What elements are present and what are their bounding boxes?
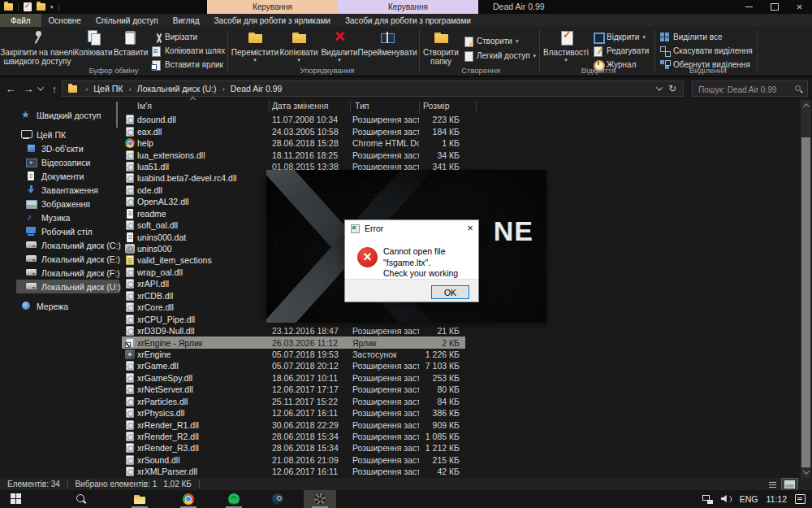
clock[interactable]: 11:12: [767, 494, 788, 504]
scroll-up-icon[interactable]: [801, 100, 811, 111]
tab-shortcut-tools[interactable]: Засоби для роботи з ярликами: [207, 14, 338, 27]
forward-button[interactable]: →: [21, 80, 36, 97]
error-dialog-close-icon[interactable]: [462, 220, 478, 237]
table-row[interactable]: xrRender_R1.dll30.06.2018 22:29Розширенн…: [122, 419, 465, 430]
table-row[interactable]: xrParticles.dll25.11.2017 15:22Розширенн…: [122, 396, 465, 407]
copy-path-button[interactable]: Копіювати шлях: [151, 45, 225, 57]
up-button[interactable]: ↑: [47, 80, 62, 97]
search-input[interactable]: [693, 83, 807, 98]
sidebar-item-this-pc[interactable]: Цей ПК: [0, 128, 121, 141]
recent-locations-chevron-icon[interactable]: [36, 80, 45, 97]
refresh-icon[interactable]: ↻: [668, 83, 676, 94]
breadcrumb-this-pc[interactable]: Цей ПК: [90, 84, 126, 93]
back-button[interactable]: ←: [3, 80, 18, 97]
tab-file[interactable]: Файл: [0, 14, 41, 27]
column-divider[interactable]: [269, 101, 270, 113]
column-header-size[interactable]: Розмір: [423, 101, 449, 111]
scrollbar-thumb[interactable]: [801, 137, 810, 467]
delete-button[interactable]: Видалити ▾: [322, 28, 357, 66]
taskbar-app-chrome[interactable]: [172, 490, 205, 508]
new-item-button[interactable]: Створити▾: [463, 35, 518, 47]
search-box[interactable]: [692, 80, 808, 97]
column-header-date[interactable]: Дата змінення: [272, 101, 328, 111]
volume-icon[interactable]: [721, 494, 732, 504]
sidebar-item-videos[interactable]: Відеозаписи: [0, 155, 121, 169]
table-row[interactable]: dsound.dll11.07.2008 10:34Розширення зас…: [122, 114, 465, 125]
table-row[interactable]: xrGame.dll05.07.2018 20:12Розширення зас…: [122, 360, 465, 371]
table-row[interactable]: xrD3D9-Null.dll23.12.2016 18:47Розширенн…: [122, 325, 465, 336]
qat-properties-icon[interactable]: [24, 2, 32, 11]
table-row[interactable]: lua_extensions.dll18.11.2016 18:25Розшир…: [122, 149, 465, 160]
close-button[interactable]: [787, 0, 812, 14]
sidebar-item-documents[interactable]: Документи: [0, 169, 121, 183]
tab-view[interactable]: Вигляд: [166, 14, 207, 27]
easy-access-button[interactable]: Легкий доступ▾: [463, 50, 536, 62]
tab-share[interactable]: Спільний доступ: [89, 14, 166, 27]
properties-button[interactable]: Властивості ▾: [542, 28, 590, 66]
sidebar-item-pictures[interactable]: Зображення: [0, 197, 121, 211]
network-icon[interactable]: [702, 494, 713, 504]
breadcrumb-disk-u[interactable]: Локальний диск (U:): [134, 84, 220, 93]
edit-button[interactable]: Редагувати: [593, 45, 649, 57]
maximize-button[interactable]: [762, 0, 787, 14]
scroll-down-icon[interactable]: [801, 467, 811, 478]
column-header-type[interactable]: Тип: [355, 101, 369, 111]
sidebar-item-disk-e[interactable]: Локальний диск (E:): [0, 252, 121, 266]
sidebar-item-disk-f[interactable]: Локальний диск (F:): [0, 266, 121, 280]
sidebar-item-quick-access[interactable]: Швидкий доступ: [0, 108, 121, 122]
tab-app-tools[interactable]: Засоби для роботи з програмами: [338, 14, 478, 27]
select-all-button[interactable]: Виділити все: [659, 31, 722, 43]
address-dropdown-chevron-icon[interactable]: [656, 84, 663, 90]
minimize-button[interactable]: [736, 0, 762, 14]
context-tab-header-shortcut-tools[interactable]: Керування: [207, 0, 338, 14]
taskbar-search-button[interactable]: [65, 490, 97, 508]
table-row[interactable]: eax.dll24.03.2005 10:58Розширення заст..…: [122, 125, 465, 137]
large-icons-view-button[interactable]: [782, 479, 797, 490]
sidebar-item-desktop[interactable]: Робочий стіл: [0, 224, 121, 238]
context-tab-header-app-tools[interactable]: Керування: [338, 0, 478, 14]
copy-button[interactable]: Копіювати: [75, 28, 112, 66]
taskbar-app-spotify[interactable]: [218, 490, 250, 508]
taskbar-app-deadair[interactable]: [304, 490, 336, 508]
sidebar-item-downloads[interactable]: Завантаження: [0, 183, 121, 197]
table-row[interactable]: xrEngine - Ярлик26.03.2026 11:12Ярлик2 К…: [122, 336, 465, 348]
table-row[interactable]: xrRender_R3.dll28.06.2018 15:34Розширенн…: [122, 442, 465, 454]
select-none-button[interactable]: Скасувати виділення: [659, 45, 753, 57]
sidebar-item-network[interactable]: Мережа: [0, 299, 121, 313]
table-row[interactable]: xrNetServer.dll12.06.2017 17:17Розширенн…: [122, 384, 465, 395]
copy-to-button[interactable]: Копіювати ▾: [279, 28, 318, 66]
table-row[interactable]: xrEngine05.07.2018 19:53Застосунок1 226 …: [122, 349, 465, 360]
rename-button[interactable]: Перейменувати: [359, 28, 416, 66]
paste-button[interactable]: Вставити: [114, 28, 148, 66]
table-row[interactable]: xrGameSpy.dll18.06.2017 10:11Розширення …: [122, 372, 465, 384]
cut-button[interactable]: Вирізати: [151, 31, 197, 43]
qat-new-folder-icon[interactable]: [37, 3, 45, 11]
action-center-icon[interactable]: [795, 494, 806, 504]
table-row[interactable]: xrRender_R2.dll28.06.2018 15:34Розширенн…: [122, 431, 465, 442]
breadcrumb-current-folder[interactable]: Dead Air 0.99: [227, 84, 286, 93]
tab-home[interactable]: Основне: [41, 14, 89, 27]
move-to-button[interactable]: Перемістити ▾: [232, 28, 278, 66]
sidebar-item-disk-u[interactable]: Локальний диск (U:): [0, 280, 121, 293]
taskbar-app-explorer[interactable]: [123, 490, 156, 508]
column-header-name[interactable]: Ім'я: [137, 101, 152, 111]
search-icon[interactable]: [795, 85, 801, 91]
file-list-scrollbar[interactable]: [801, 100, 811, 478]
table-row[interactable]: xrXMLParser.dll12.06.2017 16:11Розширенн…: [122, 466, 465, 477]
sidebar-item-music[interactable]: Музика: [0, 211, 121, 224]
sidebar-item-3d-objects[interactable]: 3D-об'єкти: [0, 141, 121, 155]
error-dialog-titlebar[interactable]: Error: [345, 220, 478, 237]
new-folder-button[interactable]: Створити папку: [422, 28, 460, 66]
table-row[interactable]: xrSound.dll21.08.2016 21:09Розширення за…: [122, 454, 465, 466]
start-button[interactable]: [0, 490, 32, 508]
details-view-button[interactable]: [765, 479, 780, 490]
sidebar-item-disk-c[interactable]: Локальний диск (C:): [0, 238, 121, 252]
column-divider[interactable]: [476, 101, 477, 113]
column-divider[interactable]: [419, 101, 420, 113]
ok-button[interactable]: OK: [431, 285, 469, 299]
taskbar-app-steam[interactable]: [261, 490, 294, 508]
pin-to-quick-access-button[interactable]: Закріпити на панелі швидкого доступу: [2, 28, 73, 66]
qat-customize-chevron-icon[interactable]: ▾: [50, 1, 54, 13]
table-row[interactable]: xrPhysics.dll12.06.2017 16:11Розширення …: [122, 407, 465, 419]
table-row[interactable]: help28.06.2018 15:28Chrome HTML Do...1 К…: [122, 137, 465, 149]
